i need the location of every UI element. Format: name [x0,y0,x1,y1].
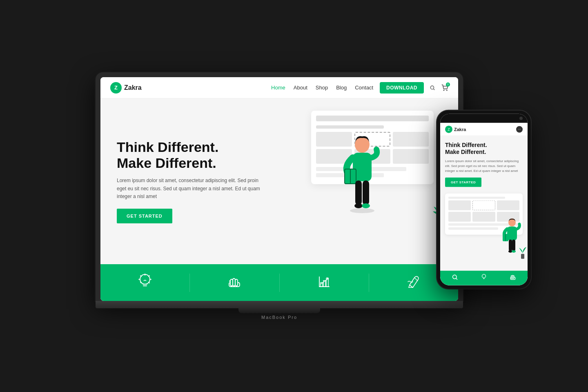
svg-rect-8 [355,180,362,205]
hero-illustration [303,107,450,229]
strip-item-chart [280,274,369,292]
person-illustration [340,133,385,227]
svg-point-40 [512,250,516,253]
brand-name: Zakra [124,84,142,91]
phone-screen: Z Zakra ⋯ Think Different. Make Differen… [440,114,528,285]
nav-shop[interactable]: Shop [316,85,328,91]
svg-point-2 [443,90,444,90]
phone-frame: Z Zakra ⋯ Think Different. Make Differen… [437,111,531,289]
bulb-icon [138,274,152,292]
svg-rect-37 [509,240,512,251]
macbook-base [96,301,463,308]
nav-contact[interactable]: Contact [355,85,373,91]
svg-rect-48 [513,276,514,278]
phone-hero-title: Think Different. Make Different. [445,142,523,156]
chart-icon [317,274,332,292]
search-icon[interactable] [429,84,436,91]
logo: Z Zakra [110,82,142,94]
phone-camera [519,117,523,120]
phone-notch-area [440,114,528,123]
svg-rect-23 [233,278,235,286]
phone-strip-fist [510,274,516,283]
phone-menu-button[interactable]: ⋯ [516,126,523,132]
nav-home[interactable]: Home [271,85,285,91]
svg-point-3 [447,90,447,90]
logo-icon: Z [110,82,122,94]
pencil-icon [406,274,421,292]
svg-point-44 [482,274,486,278]
cart-icon[interactable]: 0 [441,84,448,91]
svg-rect-36 [506,234,506,241]
strip-item-fist [190,274,279,292]
svg-rect-38 [512,240,515,251]
hero-title: Think Different. Make Different. [117,139,264,171]
svg-point-42 [452,275,456,278]
nav-about[interactable]: About [294,85,307,91]
phone-strip-search [452,274,458,282]
phone-notch [472,114,496,120]
phone-logo-icon: Z [445,125,452,133]
svg-rect-7 [350,169,351,184]
phone-plant [517,244,528,260]
cart-badge: 0 [446,82,450,87]
phone-get-started-button[interactable]: GET STARTED [445,177,481,187]
phone-hero: Think Different. Make Different. Lorem i… [440,136,528,271]
svg-line-1 [434,89,435,90]
svg-rect-41 [521,254,524,259]
scene: Z Zakra Home About Shop Blog Contact DOW… [0,0,588,392]
phone-website: Z Zakra ⋯ Think Different. Make Differen… [440,123,528,285]
nav-blog[interactable]: Blog [336,85,347,91]
phone-brand-name: Zakra [454,127,466,131]
macbook-frame: Z Zakra Home About Shop Blog Contact DOW… [96,72,463,301]
navbar: Z Zakra Home About Shop Blog Contact DOW… [100,77,458,98]
macbook-label: MacBook Pro [96,315,463,320]
macbook-stand [238,308,320,313]
macbook-screen: Z Zakra Home About Shop Blog Contact DOW… [100,77,458,301]
phone-feature-strip [440,271,528,285]
phone-hero-description: Lorem ipsum dolor sit amet, consectetur … [445,158,523,173]
svg-line-30 [409,285,410,287]
svg-point-10 [354,203,363,208]
hero-content: Think Different. Make Different. Lorem i… [117,139,264,223]
phone-navbar: Z Zakra ⋯ [440,123,528,136]
website: Z Zakra Home About Shop Blog Contact DOW… [100,77,458,301]
nav-links: Home About Shop Blog Contact [271,85,373,91]
svg-rect-9 [363,180,369,205]
phone-logo: Z Zakra [445,125,466,133]
macbook-device: Z Zakra Home About Shop Blog Contact DOW… [96,72,463,320]
strip-item-bulb [100,274,190,292]
download-button[interactable]: DOWNLOAD [380,82,424,94]
phone-device: Z Zakra ⋯ Think Different. Make Differen… [437,111,531,289]
hero-section: Think Different. Make Different. Lorem i… [100,98,458,264]
fist-icon [227,274,242,292]
feature-strip [100,264,458,301]
svg-line-43 [456,278,457,280]
svg-point-0 [430,86,434,89]
svg-point-11 [362,203,370,208]
hero-description: Lorem ipsum dolor sit amet, consectetur … [117,177,264,200]
nav-icons: 0 [429,84,448,91]
svg-rect-24 [235,279,238,286]
get-started-button[interactable]: GET STARTED [117,209,172,223]
phone-strip-bulb [481,274,487,283]
svg-point-12 [350,208,374,213]
